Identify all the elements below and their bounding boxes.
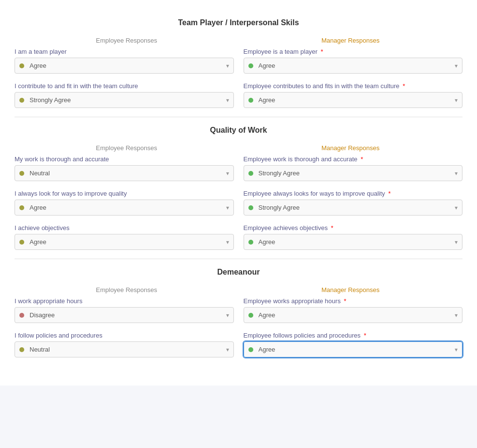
manager-select-quality-of-work-2[interactable]: Strongly DisagreeDisagreeNeutralAgreeStr… — [244, 234, 463, 250]
required-star-quality-of-work-1: * — [386, 190, 391, 197]
question-row-team-player-1: I contribute to and fit in with the team… — [15, 82, 462, 108]
employee-block-team-player-0: I am a team playerStrongly DisagreeDisag… — [15, 48, 234, 74]
manager-block-demeanour-0: Employee works appropriate hours *Strong… — [244, 297, 463, 323]
employee-select-quality-of-work-0[interactable]: Strongly DisagreeDisagreeNeutralAgreeStr… — [15, 165, 234, 181]
question-row-team-player-0: I am a team playerStrongly DisagreeDisag… — [15, 48, 462, 74]
manager-block-quality-of-work-2: Employee achieves objectives *Strongly D… — [244, 224, 463, 250]
required-star-quality-of-work-0: * — [359, 155, 363, 163]
manager-select-quality-of-work-1[interactable]: Strongly DisagreeDisagreeNeutralAgreeStr… — [244, 200, 463, 216]
employee-select-team-player-1[interactable]: Strongly DisagreeDisagreeNeutralAgreeStr… — [15, 92, 234, 108]
required-star-quality-of-work-2: * — [329, 224, 334, 232]
employee-select-quality-of-work-2[interactable]: Strongly DisagreeDisagreeNeutralAgreeStr… — [15, 234, 234, 250]
manager-header-team-player: Manager Responses — [239, 37, 463, 44]
manager-label-quality-of-work-2: Employee achieves objectives * — [244, 224, 463, 232]
manager-block-demeanour-1: Employee follows policies and procedures… — [244, 332, 463, 357]
columns-header-demeanour: Employee Responses Manager Responses — [15, 286, 462, 294]
required-star-demeanour-0: * — [342, 297, 346, 305]
columns-header-team-player: Employee Responses Manager Responses — [15, 37, 462, 44]
manager-label-demeanour-0: Employee works appropriate hours * — [244, 297, 463, 305]
manager-block-team-player-1: Employee contributes to and fits in with… — [244, 82, 463, 108]
manager-block-team-player-0: Employee is a team player *Strongly Disa… — [244, 48, 463, 74]
manager-select-demeanour-0[interactable]: Strongly DisagreeDisagreeNeutralAgreeStr… — [244, 307, 463, 323]
employee-block-quality-of-work-2: I achieve objectivesStrongly DisagreeDis… — [15, 224, 234, 250]
employee-dropdown-wrapper-team-player-1: Strongly DisagreeDisagreeNeutralAgreeStr… — [15, 92, 234, 108]
employee-header-demeanour: Employee Responses — [15, 286, 239, 294]
question-row-quality-of-work-2: I achieve objectivesStrongly DisagreeDis… — [15, 224, 462, 250]
employee-label-demeanour-1: I follow policies and procedures — [15, 332, 234, 339]
employee-select-quality-of-work-1[interactable]: Strongly DisagreeDisagreeNeutralAgreeStr… — [15, 200, 234, 216]
manager-select-quality-of-work-0[interactable]: Strongly DisagreeDisagreeNeutralAgreeStr… — [244, 165, 463, 181]
employee-dropdown-wrapper-demeanour-1: Strongly DisagreeDisagreeNeutralAgreeStr… — [15, 341, 234, 357]
manager-block-quality-of-work-0: Employee work is thorough and accurate *… — [244, 155, 463, 181]
question-row-quality-of-work-1: I always look for ways to improve qualit… — [15, 190, 462, 216]
manager-dropdown-wrapper-quality-of-work-0: Strongly DisagreeDisagreeNeutralAgreeStr… — [244, 165, 463, 181]
question-row-quality-of-work-0: My work is thorough and accurateStrongly… — [15, 155, 462, 181]
employee-select-team-player-0[interactable]: Strongly DisagreeDisagreeNeutralAgreeStr… — [15, 58, 234, 74]
employee-select-demeanour-1[interactable]: Strongly DisagreeDisagreeNeutralAgreeStr… — [15, 341, 234, 357]
employee-label-team-player-0: I am a team player — [15, 48, 234, 55]
manager-label-demeanour-1: Employee follows policies and procedures… — [244, 332, 463, 339]
employee-block-demeanour-1: I follow policies and proceduresStrongly… — [15, 332, 234, 357]
manager-dropdown-wrapper-demeanour-0: Strongly DisagreeDisagreeNeutralAgreeStr… — [244, 307, 463, 323]
manager-label-quality-of-work-0: Employee work is thorough and accurate * — [244, 155, 463, 163]
employee-block-quality-of-work-0: My work is thorough and accurateStrongly… — [15, 155, 234, 181]
manager-label-team-player-0: Employee is a team player * — [244, 48, 463, 55]
manager-select-team-player-1[interactable]: Strongly DisagreeDisagreeNeutralAgreeStr… — [244, 92, 463, 108]
manager-dropdown-wrapper-team-player-0: Strongly DisagreeDisagreeNeutralAgreeStr… — [244, 58, 463, 74]
manager-label-team-player-1: Employee contributes to and fits in with… — [244, 82, 463, 90]
employee-label-quality-of-work-0: My work is thorough and accurate — [15, 155, 234, 163]
employee-dropdown-wrapper-quality-of-work-1: Strongly DisagreeDisagreeNeutralAgreeStr… — [15, 200, 234, 216]
employee-dropdown-wrapper-quality-of-work-0: Strongly DisagreeDisagreeNeutralAgreeStr… — [15, 165, 234, 181]
employee-block-demeanour-0: I work appropriate hoursStrongly Disagre… — [15, 297, 234, 323]
manager-select-demeanour-1[interactable]: Strongly DisagreeDisagreeNeutralAgreeStr… — [244, 341, 463, 357]
section-title-team-player: Team Player / Interpersonal Skils — [15, 10, 462, 32]
manager-dropdown-wrapper-demeanour-1: Strongly DisagreeDisagreeNeutralAgreeStr… — [244, 341, 463, 357]
employee-select-demeanour-0[interactable]: Strongly DisagreeDisagreeNeutralAgreeStr… — [15, 307, 234, 323]
manager-dropdown-wrapper-quality-of-work-1: Strongly DisagreeDisagreeNeutralAgreeStr… — [244, 200, 463, 216]
manager-select-team-player-0[interactable]: Strongly DisagreeDisagreeNeutralAgreeStr… — [244, 58, 463, 74]
employee-block-quality-of-work-1: I always look for ways to improve qualit… — [15, 190, 234, 216]
required-star-demeanour-1: * — [362, 332, 367, 339]
employee-block-team-player-1: I contribute to and fit in with the team… — [15, 82, 234, 108]
question-row-demeanour-1: I follow policies and proceduresStrongly… — [15, 332, 462, 357]
employee-header-quality-of-work: Employee Responses — [15, 144, 239, 152]
employee-label-team-player-1: I contribute to and fit in with the team… — [15, 82, 234, 90]
manager-header-demeanour: Manager Responses — [239, 286, 463, 294]
section-title-demeanour: Demeanour — [15, 259, 462, 281]
employee-dropdown-wrapper-team-player-0: Strongly DisagreeDisagreeNeutralAgreeStr… — [15, 58, 234, 74]
manager-dropdown-wrapper-team-player-1: Strongly DisagreeDisagreeNeutralAgreeStr… — [244, 92, 463, 108]
employee-label-quality-of-work-2: I achieve objectives — [15, 224, 234, 232]
employee-label-quality-of-work-1: I always look for ways to improve qualit… — [15, 190, 234, 197]
columns-header-quality-of-work: Employee Responses Manager Responses — [15, 144, 462, 152]
section-title-quality-of-work: Quality of Work — [15, 117, 462, 139]
question-row-demeanour-0: I work appropriate hoursStrongly Disagre… — [15, 297, 462, 323]
employee-dropdown-wrapper-demeanour-0: Strongly DisagreeDisagreeNeutralAgreeStr… — [15, 307, 234, 323]
required-star-team-player-0: * — [319, 48, 323, 55]
manager-label-quality-of-work-1: Employee always looks for ways to improv… — [244, 190, 463, 197]
manager-dropdown-wrapper-quality-of-work-2: Strongly DisagreeDisagreeNeutralAgreeStr… — [244, 234, 463, 250]
manager-header-quality-of-work: Manager Responses — [239, 144, 463, 152]
employee-header-team-player: Employee Responses — [15, 37, 239, 44]
employee-label-demeanour-0: I work appropriate hours — [15, 297, 234, 305]
required-star-team-player-1: * — [401, 82, 405, 90]
page-container: Team Player / Interpersonal Skils Employ… — [0, 0, 477, 386]
manager-block-quality-of-work-1: Employee always looks for ways to improv… — [244, 190, 463, 216]
employee-dropdown-wrapper-quality-of-work-2: Strongly DisagreeDisagreeNeutralAgreeStr… — [15, 234, 234, 250]
